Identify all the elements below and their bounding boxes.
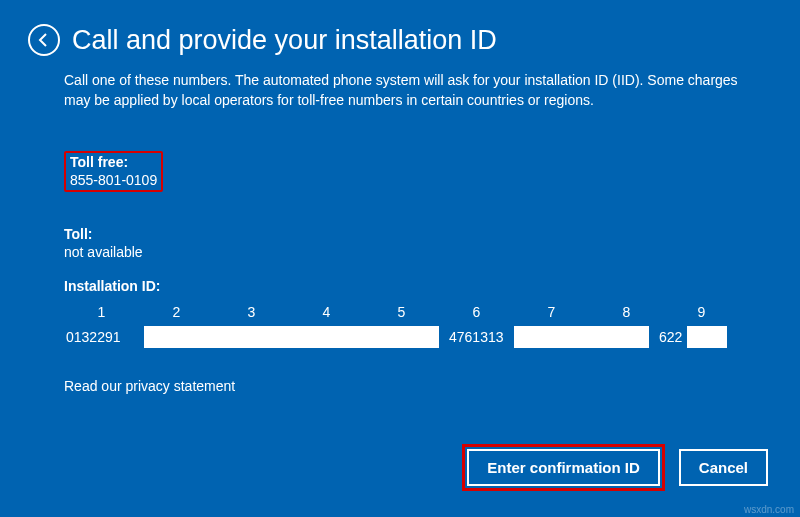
iid-col-7: 7 [514,304,589,320]
iid-input-7to8[interactable] [514,326,649,348]
toll-free-block: Toll free: 855-801-0109 [64,151,163,192]
toll-value: not available [64,244,740,260]
cancel-button[interactable]: Cancel [679,449,768,486]
iid-col-1: 1 [64,304,139,320]
iid-data-row: 0132291 4761313 622 [64,326,740,348]
iid-group-9: 622 [649,329,687,345]
page-title: Call and provide your installation ID [72,25,497,56]
enter-confirmation-highlight: Enter confirmation ID [462,444,665,491]
description-text: Call one of these numbers. The automated… [64,70,740,111]
toll-free-number: 855-801-0109 [70,172,157,188]
arrow-left-icon [36,32,52,48]
iid-col-8: 8 [589,304,664,320]
iid-input-9b[interactable] [687,326,727,348]
iid-col-6: 6 [439,304,514,320]
header: Call and provide your installation ID [0,0,800,64]
iid-col-3: 3 [214,304,289,320]
iid-col-9: 9 [664,304,739,320]
iid-group-1: 0132291 [64,329,144,345]
toll-free-label: Toll free: [70,154,157,170]
content-area: Call one of these numbers. The automated… [0,64,800,394]
installation-id-block: Installation ID: 1 2 3 4 5 6 7 8 9 01322… [64,278,740,348]
footer-buttons: Enter confirmation ID Cancel [462,444,768,491]
iid-col-2: 2 [139,304,214,320]
iid-col-5: 5 [364,304,439,320]
watermark: wsxdn.com [744,504,794,515]
iid-input-2to5[interactable] [144,326,439,348]
privacy-link[interactable]: Read our privacy statement [64,378,740,394]
installation-id-label: Installation ID: [64,278,740,294]
iid-column-headers: 1 2 3 4 5 6 7 8 9 [64,304,740,320]
iid-group-6: 4761313 [439,329,514,345]
iid-col-4: 4 [289,304,364,320]
enter-confirmation-button[interactable]: Enter confirmation ID [467,449,660,486]
back-button[interactable] [28,24,60,56]
toll-label: Toll: [64,226,740,242]
